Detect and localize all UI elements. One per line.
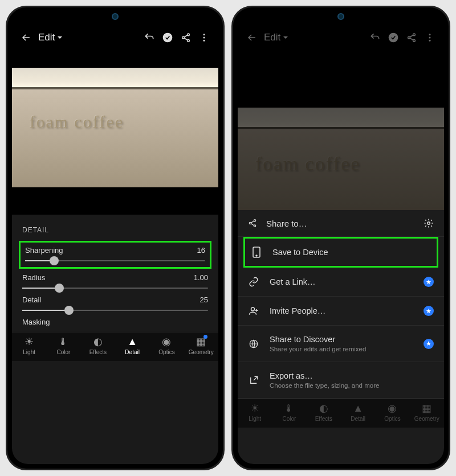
tab-geometry: ▦Geometry — [410, 403, 444, 422]
share-row-label: Invite People… — [270, 306, 413, 315]
slider-sharpening[interactable]: Sharpening 16 — [19, 241, 211, 269]
tab-label: Optics — [158, 349, 174, 355]
tab-color: 🌡Color — [272, 403, 306, 422]
share-icon[interactable] — [180, 31, 192, 44]
tab-label: Geometry — [414, 416, 439, 422]
tab-label: Detail — [351, 416, 365, 422]
tab-label: Light — [249, 416, 261, 422]
svg-point-20 — [251, 307, 255, 311]
chevron-down-icon — [283, 35, 288, 40]
confirm-icon[interactable] — [161, 31, 174, 44]
svg-point-12 — [429, 37, 431, 39]
detail-icon: ▲ — [127, 336, 137, 347]
header-title-text: Edit — [264, 32, 280, 43]
bottom-tabbar-dim: ☀Light 🌡Color ◐Effects ▲Detail ◉Optics ▦… — [238, 399, 444, 428]
header-title-text: Edit — [38, 32, 55, 43]
tab-label: Light — [23, 349, 35, 355]
screen-left: Edit foam coffee DET — [12, 12, 218, 464]
more-icon[interactable] — [424, 31, 436, 44]
share-header-text: Share to… — [266, 219, 307, 228]
phone-left: Edit foam coffee DET — [6, 6, 225, 470]
slider-detail[interactable]: Detail 25 — [12, 291, 218, 313]
screen-right: Edit foam coffee — [238, 12, 444, 464]
share-icon — [248, 219, 257, 228]
tab-label: Detail — [125, 349, 140, 355]
share-row-text: Export as… Choose the file type, sizing,… — [270, 371, 434, 389]
tab-geometry[interactable]: ▦ Geometry — [184, 336, 218, 355]
premium-star-icon: ★ — [424, 339, 434, 349]
header-title[interactable]: Edit — [38, 32, 63, 43]
camera-notch-icon — [112, 13, 119, 20]
tab-detail[interactable]: ▲ Detail — [115, 336, 149, 355]
color-icon: 🌡 — [58, 336, 68, 347]
svg-point-7 — [389, 33, 398, 43]
share-row-sub: Choose the file type, sizing, and more — [270, 382, 434, 389]
chevron-down-icon — [57, 35, 63, 40]
svg-point-19 — [256, 255, 257, 256]
camera-notch-icon — [337, 13, 344, 20]
share-row-get-link[interactable]: Get a Link… ★ — [238, 268, 444, 297]
geometry-icon: ▦ — [422, 403, 431, 414]
optics-icon: ◉ — [162, 336, 171, 347]
share-row-sub: Share your edits and get remixed — [270, 346, 413, 352]
slider-label: Radius — [22, 273, 45, 282]
tab-detail: ▲Detail — [341, 403, 375, 422]
undo-icon[interactable] — [143, 31, 156, 44]
panel-title: DETAIL — [12, 223, 218, 241]
svg-point-5 — [203, 37, 205, 39]
share-icon[interactable] — [405, 31, 418, 44]
slider-label: Masking — [22, 318, 50, 326]
light-icon: ☀ — [25, 336, 34, 347]
share-row-share-discover[interactable]: Share to Discover Share your edits and g… — [238, 326, 444, 362]
bottom-tabbar: ☀ Light 🌡 Color ◐ Effects ▲ Detail ◉ — [12, 332, 218, 361]
photo-image: foam coffee — [12, 68, 218, 187]
confirm-icon[interactable] — [387, 31, 400, 44]
share-sheet: Share to… Save to Device Get a Link… ★ — [238, 210, 444, 464]
slider-track[interactable] — [22, 288, 208, 289]
tab-label: Color — [57, 349, 71, 355]
svg-point-17 — [427, 222, 430, 225]
slider-label: Sharpening — [25, 246, 63, 255]
tab-optics: ◉Optics — [375, 403, 409, 422]
header-title[interactable]: Edit — [264, 32, 288, 43]
tab-label: Color — [283, 416, 296, 422]
tab-effects[interactable]: ◐ Effects — [81, 336, 115, 355]
more-icon[interactable] — [198, 31, 210, 44]
top-bar: Edit — [238, 24, 444, 51]
tab-effects: ◐Effects — [307, 403, 341, 422]
tab-optics[interactable]: ◉ Optics — [149, 336, 184, 355]
back-icon[interactable] — [246, 31, 258, 44]
effects-icon: ◐ — [93, 336, 103, 347]
tab-label: Effects — [315, 416, 332, 422]
share-sheet-header: Share to… — [238, 210, 444, 237]
share-row-export-as[interactable]: Export as… Choose the file type, sizing,… — [238, 362, 444, 399]
slider-track[interactable] — [25, 260, 205, 261]
photo-preview[interactable]: foam coffee — [12, 68, 218, 187]
photo-wall-text: foam coffee — [30, 112, 124, 132]
slider-radius[interactable]: Radius 1.00 — [12, 269, 218, 291]
tab-light: ☀Light — [238, 403, 272, 422]
phone-right: Edit foam coffee — [231, 6, 450, 470]
slider-track[interactable] — [22, 310, 208, 311]
gear-icon[interactable] — [424, 218, 434, 228]
undo-icon[interactable] — [369, 31, 381, 44]
slider-value: 16 — [197, 246, 205, 255]
top-bar: Edit — [12, 24, 218, 51]
share-row-label: Share to Discover — [270, 335, 413, 344]
back-icon[interactable] — [20, 31, 32, 44]
slider-value: 1.00 — [194, 273, 208, 282]
photo-wall-text: foam coffee — [255, 153, 361, 175]
share-row-invite-people[interactable]: Invite People… ★ — [238, 297, 444, 326]
light-icon: ☀ — [250, 403, 259, 414]
phone-icon — [251, 247, 262, 258]
tab-label: Effects — [89, 349, 107, 355]
slider-value: 25 — [200, 296, 208, 304]
invite-icon — [248, 306, 259, 316]
share-row-save-to-device[interactable]: Save to Device — [243, 237, 438, 268]
share-row-label: Get a Link… — [270, 277, 413, 286]
slider-masking[interactable]: Masking — [12, 313, 218, 332]
tab-color[interactable]: 🌡 Color — [46, 336, 80, 355]
premium-star-icon: ★ — [424, 306, 434, 316]
tab-label: Geometry — [189, 349, 214, 355]
tab-light[interactable]: ☀ Light — [12, 336, 46, 355]
